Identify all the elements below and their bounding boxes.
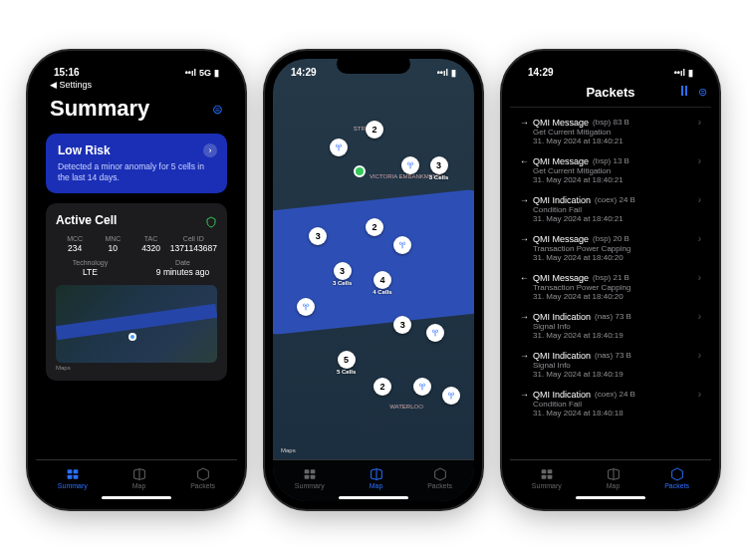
packet-name: QMI Indication <box>533 195 591 205</box>
svg-rect-0 <box>67 469 72 473</box>
notch <box>100 54 173 74</box>
chevron-right-icon: › <box>698 311 701 322</box>
svg-rect-12 <box>310 469 315 473</box>
status-indicators: ••ıl▮ <box>437 68 456 78</box>
svg-rect-2 <box>67 475 72 479</box>
tab-summary[interactable]: Summary <box>295 466 325 489</box>
packet-timestamp: 31. May 2024 at 18:40:19 <box>533 331 701 340</box>
antenna-marker[interactable] <box>401 156 419 174</box>
home-indicator[interactable] <box>102 496 171 499</box>
map-cluster-marker[interactable]: 2 <box>374 378 391 396</box>
antenna-marker[interactable] <box>426 324 444 342</box>
antenna-marker[interactable] <box>393 236 411 254</box>
tab-packets[interactable]: Packets <box>664 466 689 489</box>
svg-rect-13 <box>304 475 309 479</box>
packet-tag: (nas) 73 B <box>595 351 631 360</box>
packet-name: QMI Message <box>533 273 589 283</box>
cell-stat: MNC10 <box>94 235 131 253</box>
packet-row[interactable]: ← QMI Message (bsp) 13 B › Get Current M… <box>518 150 703 189</box>
tab-packets[interactable]: Packets <box>190 466 215 489</box>
svg-rect-17 <box>541 475 546 479</box>
packet-tag: (nas) 73 B <box>595 312 631 321</box>
tab-bar: SummaryMapPackets <box>36 459 237 493</box>
packet-timestamp: 31. May 2024 at 18:40:21 <box>533 214 701 223</box>
map-cluster-marker[interactable]: 44 Cells <box>374 271 391 289</box>
direction-icon: → <box>520 312 529 322</box>
antenna-marker[interactable] <box>330 139 348 156</box>
tab-map[interactable]: Map <box>606 466 622 489</box>
tab-summary[interactable]: Summary <box>532 466 562 489</box>
packet-timestamp: 31. May 2024 at 18:40:20 <box>533 292 701 301</box>
packet-subtitle: Get Current Mitigation <box>533 128 701 137</box>
map-cluster-marker[interactable]: 3 <box>393 316 411 334</box>
packet-row[interactable]: → QMI Message (bsp) 83 B › Get Current M… <box>518 112 703 150</box>
tab-packets[interactable]: Packets <box>427 466 452 489</box>
packet-timestamp: 31. May 2024 at 18:40:21 <box>533 137 701 145</box>
packet-row[interactable]: → QMI Indication (coex) 24 B › Condition… <box>518 384 703 422</box>
cell-stat: Cell ID1371143687 <box>170 235 217 253</box>
antenna-marker[interactable] <box>413 378 431 396</box>
packet-tag: (bsp) 13 B <box>593 156 629 165</box>
full-map[interactable]: STRAND VICTORIA EMBANKMENT WATERLOO 233 … <box>273 59 474 501</box>
status-indicators: ••ıl5G▮ <box>185 68 219 78</box>
map-cluster-marker[interactable]: 3 <box>309 227 327 245</box>
packet-row[interactable]: → QMI Indication (nas) 73 B › Signal Inf… <box>518 306 703 345</box>
phone-map: STRAND VICTORIA EMBANKMENT WATERLOO 233 … <box>265 51 482 509</box>
packet-name: QMI Indication <box>533 312 591 322</box>
packet-name: QMI Message <box>533 118 589 128</box>
filter-icon[interactable]: ⊜ <box>212 102 223 117</box>
direction-icon: → <box>520 234 529 244</box>
back-to-settings[interactable]: ◀ Settings <box>36 80 237 92</box>
mini-map[interactable] <box>56 285 217 363</box>
chevron-right-icon: › <box>698 155 701 166</box>
status-time: 15:16 <box>54 67 80 78</box>
page-title: Packets <box>586 85 634 100</box>
pause-button[interactable] <box>680 86 688 99</box>
svg-rect-3 <box>73 475 78 479</box>
map-attribution: Maps <box>281 447 296 453</box>
direction-icon: → <box>520 195 529 205</box>
map-cluster-marker[interactable]: 33 Cells <box>334 262 352 280</box>
packet-subtitle: Signal Info <box>533 322 701 331</box>
tab-bar: SummaryMapPackets <box>273 459 474 493</box>
svg-point-5 <box>409 162 411 164</box>
tab-map[interactable]: Map <box>369 466 384 489</box>
notch <box>337 54 410 74</box>
packet-name: QMI Indication <box>533 390 591 400</box>
phone-packets: 14:29 ••ıl▮ Packets ⊜ → QMI Message (bsp… <box>502 51 719 509</box>
cell-stat: Date9 minutes ago <box>148 259 217 277</box>
antenna-marker[interactable] <box>442 387 460 405</box>
cell-stat: MCC234 <box>56 235 94 253</box>
tab-summary[interactable]: Summary <box>58 466 88 489</box>
home-indicator[interactable] <box>339 496 408 499</box>
map-cluster-marker[interactable]: 33 Cells <box>430 156 448 174</box>
risk-description: Detected a minor anomaly for 5 cells in … <box>58 161 215 183</box>
map-cluster-marker[interactable]: 55 Cells <box>338 351 356 369</box>
filter-icon[interactable]: ⊜ <box>698 86 707 99</box>
chevron-right-icon: › <box>698 389 701 400</box>
tab-map[interactable]: Map <box>131 466 147 489</box>
packet-name: QMI Message <box>533 156 589 166</box>
chevron-right-icon: › <box>698 117 701 128</box>
packet-subtitle: Get Current Mitigation <box>533 166 701 175</box>
packet-timestamp: 31. May 2024 at 18:40:18 <box>533 409 701 418</box>
svg-point-7 <box>305 304 307 306</box>
packet-row[interactable]: → QMI Indication (coex) 24 B › Condition… <box>518 189 703 228</box>
svg-rect-1 <box>73 469 78 473</box>
chevron-right-icon: › <box>698 233 701 244</box>
packet-row[interactable]: → QMI Indication (nas) 73 B › Signal Inf… <box>518 345 703 384</box>
home-indicator[interactable] <box>576 496 645 499</box>
map-cluster-marker[interactable]: 2 <box>366 218 383 236</box>
packet-subtitle: Transaction Power Capping <box>533 244 701 253</box>
packet-row[interactable]: → QMI Message (bsp) 20 B › Transaction P… <box>518 228 703 267</box>
status-time: 14:29 <box>291 67 317 78</box>
packet-row[interactable]: ← QMI Message (bsp) 21 B › Transaction P… <box>518 267 703 306</box>
packet-subtitle: Condition Fail <box>533 400 701 409</box>
antenna-marker[interactable] <box>297 298 315 316</box>
map-cluster-marker[interactable]: 2 <box>366 121 383 139</box>
svg-rect-11 <box>304 469 309 473</box>
active-cell-card: Active Cell MCC234MNC10TAC4320Cell ID137… <box>46 203 227 381</box>
risk-card[interactable]: Low Risk Detected a minor anomaly for 5 … <box>46 134 227 193</box>
phone-summary: 15:16 ••ıl5G▮ ◀ Settings Summary ⊜ Low R… <box>28 51 245 509</box>
packet-tag: (bsp) 21 B <box>593 273 629 282</box>
